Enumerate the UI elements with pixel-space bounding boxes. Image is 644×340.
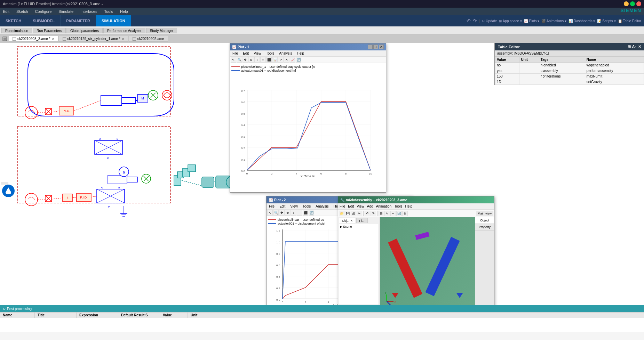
tab-submodel[interactable]: SUBMODEL bbox=[27, 15, 61, 26]
redo-button[interactable]: ↷ bbox=[473, 18, 477, 24]
sub-tab-global-parameters[interactable]: Global parameters bbox=[66, 28, 103, 33]
tab-parameter[interactable]: PARAMETER bbox=[61, 15, 96, 26]
plot2-tool-6[interactable]: ↔ bbox=[297, 210, 302, 216]
menu-help[interactable]: Help bbox=[119, 9, 129, 14]
tab-simulation[interactable]: SIMULATION bbox=[96, 15, 131, 26]
cell-value[interactable]: no bbox=[495, 63, 519, 68]
table-expand-button[interactable]: ⊞ bbox=[628, 44, 631, 49]
bottom-panel-content[interactable] bbox=[0, 318, 644, 332]
menu-interfaces[interactable]: Interfaces bbox=[79, 9, 98, 14]
viewer-menu-help[interactable]: Help bbox=[405, 204, 412, 208]
plot2-tool-5[interactable]: ↕ bbox=[291, 210, 296, 216]
main-view-dropdown[interactable]: Main view bbox=[476, 211, 493, 216]
close-tab-2[interactable]: ✕ bbox=[122, 37, 125, 41]
plot2-tool-8[interactable]: 🔄 bbox=[309, 210, 314, 216]
plot1-menu-view[interactable]: View bbox=[253, 51, 262, 56]
plot1-tool-3[interactable]: ⬛ bbox=[266, 57, 272, 63]
plot2-menu-edit[interactable]: Edit bbox=[278, 204, 286, 209]
viewer-menu-animation[interactable]: Animation bbox=[376, 204, 391, 208]
plot1-close[interactable]: ✕ bbox=[379, 44, 384, 49]
tab-sketch[interactable]: SKETCH bbox=[0, 15, 27, 26]
plot1-menu-analysis[interactable]: Analysis bbox=[278, 51, 293, 56]
app-space-button[interactable]: ⊞ App space ▾ bbox=[499, 19, 522, 23]
plots-button[interactable]: 📈 Plots ▾ bbox=[524, 19, 540, 23]
menu-simulate[interactable]: Simulate bbox=[57, 9, 75, 14]
viewer-tool-1[interactable]: 📁 bbox=[339, 211, 344, 216]
plot1-tool-2[interactable]: ↔ bbox=[260, 57, 266, 63]
table-close-button[interactable]: ✕ bbox=[638, 44, 641, 49]
viewer-tool-undo[interactable]: ↶ bbox=[365, 211, 370, 216]
plot1-menu-help[interactable]: Help bbox=[296, 51, 305, 56]
viewer-menu-tools[interactable]: Tools bbox=[394, 204, 402, 208]
plot2-menu-analysis[interactable]: Analysis bbox=[315, 204, 329, 209]
sub-tab-performance-analyzer[interactable]: Performance Analyzer bbox=[103, 28, 145, 33]
viewer-menu-file[interactable]: File bbox=[340, 204, 345, 208]
viewer-right-tab-object[interactable]: Object bbox=[475, 217, 494, 224]
table-editor-button[interactable]: 📋 📋 Table EditorTable Editor bbox=[618, 19, 641, 23]
plot1-maximize[interactable]: □ bbox=[373, 44, 378, 49]
viewer-right-tab-property[interactable]: Property bbox=[475, 224, 494, 230]
sub-tab-study-manager[interactable]: Study Manager bbox=[146, 28, 177, 33]
doc-tab-3[interactable]: ck20210202.ame bbox=[129, 36, 168, 42]
plot1-tool-1[interactable]: ↕ bbox=[254, 57, 260, 63]
close-button[interactable] bbox=[636, 1, 641, 6]
viewer-tab-objects[interactable]: Obj... ✕ bbox=[339, 218, 356, 223]
plot1-titlebar[interactable]: 📈 Plot - 1 — □ ✕ bbox=[230, 43, 386, 50]
tool-water-drop[interactable] bbox=[2, 185, 15, 197]
plot1-tool-pan[interactable]: ✥ bbox=[243, 57, 248, 63]
table-font-up-button[interactable]: A↑ bbox=[632, 44, 637, 49]
plot2-menu-tools[interactable]: Tools bbox=[302, 204, 312, 209]
viewer-menu-add[interactable]: Add bbox=[367, 204, 373, 208]
plot1-tool-7[interactable]: 📈 bbox=[290, 57, 295, 63]
viewer-titlebar[interactable]: 🔧 m6dofassembly – ck20210203_3.ame bbox=[338, 196, 494, 203]
viewer-tool-2[interactable]: 💾 bbox=[345, 211, 350, 216]
plot1-menu-tools[interactable]: Tools bbox=[265, 51, 275, 56]
viewer-tool-9[interactable]: ⊕ bbox=[402, 211, 408, 216]
table-editor-content[interactable]: Value Unit Tags Name no n enabled wopene… bbox=[495, 57, 644, 85]
plot2-tool-3[interactable]: ✥ bbox=[279, 210, 285, 216]
viewer-menu-view[interactable]: View bbox=[357, 204, 364, 208]
plot2-tool-1[interactable]: ↖ bbox=[267, 210, 273, 216]
plot1-tool-6[interactable]: ✕ bbox=[284, 57, 289, 63]
close-tab-1[interactable]: ✕ bbox=[52, 37, 55, 41]
menu-tools[interactable]: Tools bbox=[103, 9, 114, 14]
plot1-minimize[interactable]: — bbox=[368, 44, 373, 49]
doc-tab-2[interactable]: ck20210129_six_cylinder_1.ame * ✕ bbox=[59, 36, 128, 42]
menu-sketch[interactable]: Sketch bbox=[15, 9, 30, 14]
menu-edit[interactable]: Edit bbox=[1, 9, 11, 14]
plot1-tool-5[interactable]: ↗ bbox=[278, 57, 284, 63]
plot2-tool-4[interactable]: ⊕ bbox=[285, 210, 291, 216]
plot1-tool-zoom[interactable]: 🔍 bbox=[237, 57, 242, 63]
cell-value[interactable]: 1D bbox=[495, 79, 519, 85]
minimize-button[interactable] bbox=[624, 1, 629, 6]
viewer-tool-8[interactable]: 🔄 bbox=[396, 211, 402, 216]
viewer-tab-filters[interactable]: Fi... bbox=[356, 218, 368, 223]
plot2-tool-2[interactable]: 🔍 bbox=[273, 210, 279, 216]
viewer-tab-close[interactable]: ✕ bbox=[350, 219, 353, 222]
animations-button[interactable]: 🎬 Animations ▾ bbox=[541, 19, 566, 23]
sub-tab-run-simulation[interactable]: Run simulation bbox=[1, 28, 32, 33]
dashboards-button[interactable]: 📊 Dashboards ▾ bbox=[569, 19, 595, 23]
plot2-menu-file[interactable]: File bbox=[268, 204, 276, 209]
plot1-tool-8[interactable]: 🔄 bbox=[296, 57, 301, 63]
sub-tab-run-parameters[interactable]: Run Parameters bbox=[33, 28, 66, 33]
plot1-tool-cursor[interactable]: ↖ bbox=[231, 57, 236, 63]
plot1-tool-select[interactable]: ⊕ bbox=[248, 57, 254, 63]
viewer-tool-6[interactable]: ↖ bbox=[384, 211, 390, 216]
viewer-menu-edit[interactable]: Edit bbox=[348, 204, 354, 208]
scripts-button[interactable]: 📝 Scripts ▾ bbox=[597, 19, 615, 23]
scene-tree-item[interactable]: ▶ Scene bbox=[340, 225, 378, 228]
plot1-tool-4[interactable]: 📊 bbox=[272, 57, 278, 63]
viewer-tool-5[interactable]: ⊞ bbox=[379, 211, 384, 216]
menu-configure[interactable]: Configure bbox=[34, 9, 53, 14]
plot1-menu-edit[interactable]: Edit bbox=[242, 51, 250, 56]
doc-tab-1[interactable]: ck20210203_3.ame * ✕ bbox=[9, 36, 58, 42]
plot2-tool-7[interactable]: ⬛ bbox=[303, 210, 308, 216]
cell-value[interactable]: yes bbox=[495, 68, 519, 74]
plot2-menu-view[interactable]: View bbox=[289, 204, 299, 209]
maximize-button[interactable] bbox=[630, 1, 635, 6]
plot1-menu-file[interactable]: File bbox=[231, 51, 239, 56]
viewer-tool-4[interactable]: ✂ bbox=[357, 211, 362, 216]
viewer-tool-3[interactable]: 🖨 bbox=[351, 211, 356, 216]
viewer-tool-redo[interactable]: ↷ bbox=[371, 211, 376, 216]
